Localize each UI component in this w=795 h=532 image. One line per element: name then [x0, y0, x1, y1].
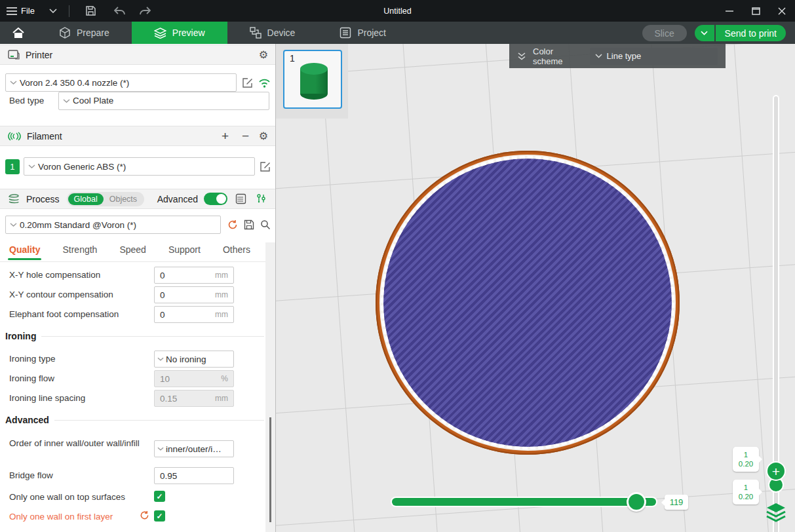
preview-3d-viewport[interactable]: 1 Color scheme Line type 119 1 0.20 — [276, 44, 795, 532]
plate-thumbnail-region: 1 — [276, 44, 348, 119]
wall-order-dropdown[interactable]: inner/outer/i… — [154, 440, 234, 457]
process-panel-header: Process Global Objects Advanced — [0, 189, 276, 209]
tab-preview[interactable]: Preview — [132, 22, 227, 44]
minimize-button[interactable] — [716, 0, 743, 22]
redo-button[interactable] — [135, 3, 155, 19]
setting-unit: mm — [215, 394, 228, 403]
setting-unit: % — [221, 374, 228, 383]
send-options-button[interactable] — [695, 25, 714, 41]
plate-thumbnail[interactable]: 1 — [283, 50, 342, 109]
setting-value: 0.95 — [160, 471, 177, 481]
wifi-connection-icon[interactable] — [258, 78, 271, 88]
sidebar-scrollbar-thumb[interactable] — [269, 417, 271, 522]
setting-unit: mm — [215, 290, 228, 299]
maximize-button[interactable] — [743, 0, 769, 22]
chevron-down-icon — [595, 54, 602, 58]
setting-label-modified: Only one wall on first layer — [9, 512, 113, 522]
ironing-type-dropdown[interactable]: No ironing — [154, 351, 234, 368]
edit-printer-icon[interactable] — [242, 77, 253, 88]
xy-contour-compensation-input[interactable]: 0 mm — [154, 286, 234, 303]
tab-others[interactable]: Others — [223, 242, 250, 260]
layers-view-icon[interactable] — [766, 503, 786, 522]
tab-quality[interactable]: Quality — [9, 242, 40, 260]
undo-button[interactable] — [110, 3, 130, 19]
chevron-down-icon — [157, 357, 164, 361]
setting-value: 0.15 — [160, 394, 177, 404]
layer-slider-upper-handle-plus-icon[interactable]: + — [766, 461, 786, 481]
tab-support[interactable]: Support — [168, 242, 201, 260]
xy-hole-compensation-input[interactable]: 0 mm — [154, 267, 234, 284]
remove-filament-button[interactable]: − — [239, 129, 253, 143]
edit-filament-icon[interactable] — [260, 161, 271, 172]
close-button[interactable] — [769, 0, 795, 22]
search-icon[interactable] — [260, 219, 271, 230]
file-menu[interactable]: File — [7, 6, 35, 16]
setting-unit: mm — [215, 271, 228, 280]
home-button[interactable] — [0, 22, 37, 44]
tab-prepare-label: Prepare — [77, 28, 109, 38]
tab-speed[interactable]: Speed — [119, 242, 145, 260]
line-type-dropdown[interactable]: Line type — [590, 48, 718, 65]
file-menu-label: File — [21, 6, 35, 16]
tab-preview-label: Preview — [172, 28, 205, 38]
setting-label: X-Y hole compensation — [9, 270, 100, 280]
advanced-toggle-label: Advanced — [157, 194, 198, 204]
title-bar: File Untitled — [0, 0, 795, 22]
printer-icon — [8, 50, 20, 60]
move-slider-track[interactable] — [392, 498, 656, 506]
parameter-list-icon[interactable] — [233, 192, 248, 206]
printer-panel-header: Printer — [0, 45, 276, 65]
reset-preset-icon[interactable] — [227, 219, 238, 230]
move-slider-handle[interactable] — [627, 492, 646, 512]
titlebar-divider — [69, 5, 69, 17]
one-wall-top-checkbox[interactable] — [154, 491, 165, 502]
tab-device[interactable]: Device — [227, 22, 318, 44]
layer-number: 1 — [744, 483, 748, 492]
tab-strength[interactable]: Strength — [62, 242, 97, 260]
sliced-layer-top-view — [376, 151, 680, 455]
tab-project[interactable]: Project — [317, 22, 408, 44]
one-wall-first-layer-checkbox[interactable] — [154, 510, 165, 522]
line-type-value: Line type — [607, 51, 642, 61]
process-preset-dropdown[interactable]: 0.20mm Standard @Voron (*) — [5, 216, 221, 234]
setting-label: Ironing flow — [9, 373, 54, 383]
advanced-toggle[interactable] — [204, 193, 227, 205]
setting-value: 0 — [160, 310, 165, 320]
file-menu-chevron-icon[interactable] — [49, 9, 57, 13]
hamburger-icon — [7, 7, 17, 15]
printer-panel-title: Printer — [26, 50, 52, 60]
filament-preset-dropdown[interactable]: Voron Generic ABS (*) — [24, 157, 255, 176]
filament-panel-title: Filament — [27, 131, 62, 142]
send-to-print-button[interactable]: Send to print — [716, 25, 786, 41]
collapse-double-chevron-icon[interactable] — [517, 52, 526, 60]
printer-settings-gear-icon[interactable] — [259, 48, 268, 61]
reset-value-icon[interactable] — [140, 510, 149, 520]
scope-objects-option[interactable]: Objects — [104, 193, 143, 205]
layer-height: 0.20 — [739, 459, 753, 468]
bed-type-dropdown[interactable]: Cool Plate — [58, 92, 269, 110]
elephant-foot-compensation-input[interactable]: 0 mm — [154, 306, 234, 323]
save-button[interactable] — [81, 3, 101, 19]
save-preset-icon[interactable] — [244, 219, 254, 230]
chevron-down-icon — [10, 223, 17, 227]
slice-button[interactable]: Slice — [642, 25, 687, 41]
filament-panel-header: Filament + − — [0, 126, 276, 146]
add-filament-button[interactable]: + — [218, 129, 233, 143]
tune-icon[interactable] — [254, 192, 268, 206]
tab-prepare[interactable]: Prepare — [37, 22, 132, 44]
chevron-down-icon — [63, 99, 70, 103]
layer-slider-tooltip-bottom: 1 0.20 — [733, 480, 759, 504]
advanced-section-header: Advanced — [5, 415, 264, 425]
printer-preset-dropdown[interactable]: Voron 2.4 350 0.4 nozzle (*) — [5, 73, 237, 92]
filament-slot-badge[interactable]: 1 — [5, 159, 20, 174]
scope-global-option[interactable]: Global — [68, 193, 104, 205]
setting-label: Order of inner wall/outer wall/infill — [9, 437, 140, 450]
ironing-flow-input: 10 % — [154, 370, 234, 387]
bridge-flow-input[interactable]: 0.95 — [154, 467, 234, 484]
setting-unit: mm — [215, 310, 228, 319]
filament-settings-gear-icon[interactable] — [259, 130, 268, 142]
section-title: Advanced — [5, 415, 49, 425]
move-slider-value-badge: 119 — [665, 495, 688, 510]
printer-preset-value: Voron 2.4 350 0.4 nozzle (*) — [20, 78, 129, 88]
process-scope-toggle[interactable]: Global Objects — [67, 192, 145, 206]
